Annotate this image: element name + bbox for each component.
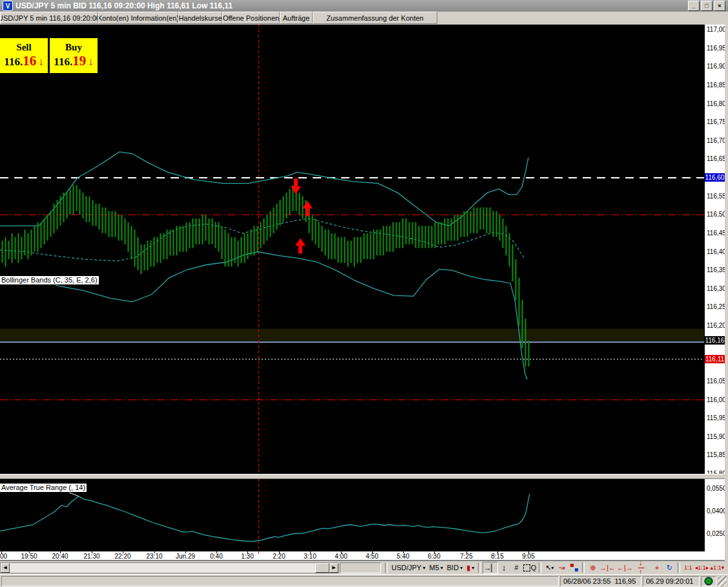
- chevron-down-icon: ▾: [441, 565, 443, 571]
- one-to-one-horizontal-icon: ◂1:1▸: [695, 564, 709, 571]
- sell-button[interactable]: Sell 116.16 ↓: [0, 38, 48, 73]
- chevron-down-icon: ▾: [460, 565, 463, 571]
- app-icon[interactable]: V: [3, 1, 13, 11]
- time-axis[interactable]: 0019:5020:4021:3022:2023:10Jun.290:401:3…: [0, 551, 725, 560]
- time-tick-label: 8:15: [491, 553, 503, 560]
- sell-label: Sell: [16, 41, 31, 53]
- atr-indicator-panel[interactable]: Average True Range (, 14): [0, 479, 704, 551]
- price-tick-label: 116,40: [707, 249, 726, 255]
- zoom-in-button[interactable]: ⊕: [587, 562, 599, 573]
- session-marker-tick: [258, 551, 259, 554]
- chart-style-dropdown[interactable]: ▮ ▾: [464, 564, 476, 572]
- tab-chart[interactable]: USD/JPY 5 min 116,16 09:20:00: [0, 12, 98, 24]
- linked-nodes-icon: [570, 564, 578, 571]
- circular-arrow-icon: ↻: [667, 564, 672, 572]
- price-tick-label: 116,05: [707, 378, 726, 385]
- time-tick-label: 4:50: [366, 553, 378, 560]
- price-axis[interactable]: 117,00116,95116,90116,85116,80116,75116,…: [704, 25, 725, 551]
- time-tick-label: 00: [0, 553, 7, 560]
- fit-vertical-button[interactable]: ↨: [498, 562, 510, 573]
- price-tick-label: 115,95: [707, 415, 726, 422]
- chart-toolbar: ◀ ▶ USD/JPY▾ M5▾ BID▾ ▮ ▾ →▏ ↨ # Q ↖▾ ↝ …: [0, 560, 728, 574]
- price-tick-label: 116,95: [707, 45, 726, 52]
- expand-horizontal-icon: ←|→: [617, 564, 633, 571]
- horizontal-scrollbar[interactable]: ◀ ▶: [0, 562, 338, 573]
- snap-to-end-button[interactable]: →▏: [483, 562, 497, 574]
- tab-account-information[interactable]: Konto(en) Information(en): [98, 12, 178, 24]
- window-title: USD/JPY 5 min BID 116,16 09:20:00 High 1…: [16, 1, 233, 10]
- toolbar-separator: [678, 562, 680, 573]
- pointer-dropdown[interactable]: ↖▾: [543, 562, 556, 573]
- buy-button[interactable]: Buy 116.19 ↓: [50, 38, 98, 73]
- snap-to-end-icon: →▏: [484, 564, 496, 572]
- maximize-button[interactable]: □: [701, 1, 712, 11]
- tab-open-positions[interactable]: Offene Positionen: [222, 12, 280, 24]
- chevron-down-icon: ▾: [551, 565, 554, 571]
- bollinger-bands-label: Bollinger Bands (C, 35, E, 2,6): [0, 275, 99, 285]
- price-chart-panel[interactable]: Sell 116.16 ↓ Buy 116.19 ↓ Bollinger Ban…: [0, 25, 704, 474]
- scrollbar-thumb[interactable]: [315, 563, 329, 573]
- chevron-down-icon: ▾: [422, 565, 425, 571]
- one-to-one-icon: 1:1: [684, 564, 692, 571]
- price-tick-label: 116,55: [707, 193, 726, 200]
- scale-x-1-1-button[interactable]: ◂1:1▸: [694, 562, 710, 573]
- tab-trading-rates[interactable]: Handelskurse: [178, 12, 222, 24]
- quote-panel: Sell 116.16 ↓ Buy 116.19 ↓: [0, 38, 98, 73]
- zoom-area-button[interactable]: Q: [523, 562, 537, 573]
- price-tick-label: 116,20: [707, 323, 726, 329]
- price-marker-badge: 116,16: [705, 336, 725, 345]
- close-button[interactable]: ×: [714, 1, 725, 11]
- time-tick-label: 22:20: [114, 553, 130, 560]
- time-tick-label: 9:05: [522, 553, 534, 560]
- minimize-button[interactable]: _: [688, 1, 700, 11]
- expand-x-button[interactable]: ←|→: [616, 562, 634, 573]
- title-bar: V USD/JPY 5 min BID 116,16 09:20:00 High…: [0, 0, 728, 12]
- grid-button[interactable]: #: [510, 562, 523, 573]
- atr-tick-label: 0,0550: [707, 486, 727, 492]
- panel-splitter[interactable]: [0, 474, 728, 479]
- time-tick-label: Jun.29: [176, 553, 195, 560]
- price-tick-label: 116,45: [707, 230, 726, 237]
- one-to-one-vertical-icon: ▴1:1▾: [710, 564, 724, 571]
- clock-panel: 06.29 09:20:01: [643, 576, 700, 586]
- scroll-left-button[interactable]: ◀: [1, 563, 10, 573]
- link-charts-button[interactable]: [568, 562, 580, 573]
- cursor-icon: ↖: [545, 564, 551, 572]
- scale-y-1-1-button[interactable]: ▴1:1▾: [709, 562, 725, 573]
- toolbar-separator: [385, 562, 388, 573]
- symbol-dropdown[interactable]: USD/JPY▾: [390, 564, 427, 571]
- toolbar-separator: [478, 562, 481, 573]
- history-start-panel: 06/28/06 23:55 116,95: [560, 576, 641, 586]
- price-marker-badge: 116,60: [705, 173, 725, 182]
- expand-both-button[interactable]: +: [651, 562, 663, 573]
- time-tick-label: 5:40: [397, 553, 409, 560]
- price-tick-label: 116,80: [707, 101, 726, 107]
- compress-horizontal-icon: →|←: [599, 564, 616, 571]
- connection-status-icon: [704, 577, 713, 586]
- window-controls: _ □ ×: [688, 1, 728, 11]
- compress-x-button[interactable]: →|←: [599, 562, 616, 573]
- price-tick-label: 116,85: [707, 82, 726, 89]
- scroll-right-button[interactable]: ▶: [329, 563, 338, 573]
- scale-1-1-button[interactable]: 1:1: [682, 562, 694, 573]
- status-message-panel: [1, 576, 559, 586]
- tab-account-summary[interactable]: Zusammenfassung der Konten: [313, 12, 437, 24]
- time-tick-label: 20:40: [52, 553, 68, 560]
- resize-grip[interactable]: [718, 576, 727, 586]
- selection-box-icon: [523, 564, 530, 571]
- draw-line-button[interactable]: ↝: [556, 562, 568, 573]
- price-tick-label: 116,35: [707, 267, 726, 273]
- crosshair-expand-icon: +: [655, 564, 659, 571]
- reset-zoom-button[interactable]: ↻: [663, 562, 676, 573]
- atr-tick-label: 0,0400: [707, 508, 727, 515]
- price-tick-label: 115,90: [707, 434, 726, 440]
- price-type-dropdown[interactable]: BID▾: [445, 564, 464, 571]
- atr-label: Average True Range (, 14): [0, 483, 87, 493]
- tab-bar: USD/JPY 5 min 116,16 09:20:00 Konto(en) …: [0, 12, 728, 25]
- buy-label: Buy: [65, 41, 82, 53]
- price-tick-label: 116,75: [707, 119, 726, 125]
- tab-orders[interactable]: Aufträge: [280, 12, 313, 24]
- time-tick-label: 23:10: [146, 553, 162, 560]
- price-tick-label: 117,00: [707, 27, 726, 33]
- timeframe-dropdown[interactable]: M5▾: [427, 564, 444, 571]
